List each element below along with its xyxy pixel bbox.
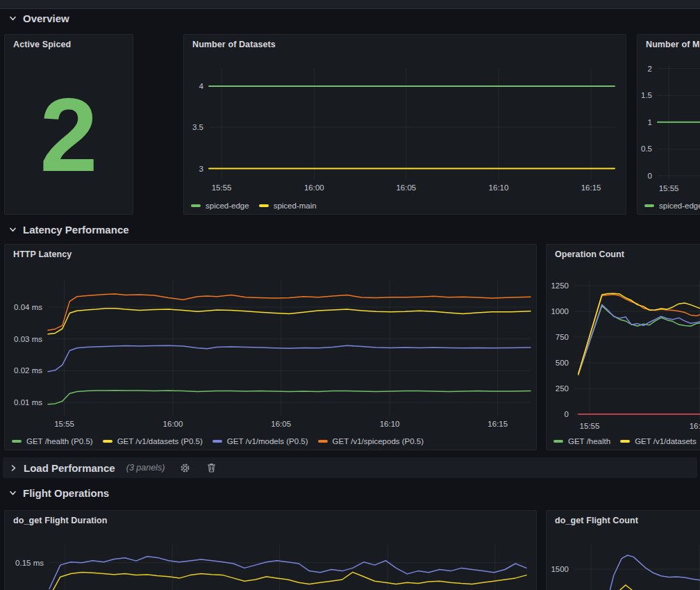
- svg-text:500: 500: [556, 359, 569, 367]
- legend-item[interactable]: spiced-edge: [191, 202, 249, 210]
- legend-item[interactable]: GET /health: [553, 437, 610, 445]
- section-header-overview[interactable]: Overview: [9, 13, 69, 24]
- svg-text:0.02 ms: 0.02 ms: [14, 366, 42, 375]
- svg-text:1000: 1000: [551, 307, 569, 316]
- section-title: Overview: [23, 13, 69, 24]
- svg-text:0.01 ms: 0.01 ms: [14, 398, 42, 407]
- svg-text:0.15 ms: 0.15 ms: [15, 559, 44, 567]
- section-title: Latency Performance: [23, 224, 129, 236]
- flight-duration-chart[interactable]: 0.15 ms: [5, 511, 536, 590]
- svg-text:15:55: 15:55: [212, 183, 232, 192]
- top-nav-bar: [0, 0, 700, 9]
- models-chart[interactable]: 15:5521.510.50: [638, 35, 700, 214]
- legend-swatch: [103, 440, 112, 443]
- panel-number-of-models: Number of Models 15:5521.510.50 spiced-e…: [637, 34, 700, 215]
- svg-text:0.03 ms: 0.03 ms: [14, 335, 42, 343]
- svg-text:16:10: 16:10: [489, 183, 509, 192]
- svg-text:3.5: 3.5: [192, 123, 203, 131]
- flight-count-chart[interactable]: 1500: [547, 511, 700, 590]
- svg-text:16:05: 16:05: [396, 183, 416, 192]
- legend-item[interactable]: GET /v1/models (P0.5): [212, 437, 308, 445]
- legend-label: spiced-edge: [659, 202, 700, 210]
- chevron-down-icon: [9, 15, 17, 22]
- legend-item[interactable]: GET /v1/datasets: [620, 437, 697, 445]
- svg-text:0.04 ms: 0.04 ms: [14, 303, 42, 311]
- legend-swatch: [644, 204, 654, 207]
- section-title: Load Performance: [24, 462, 115, 474]
- svg-text:4: 4: [199, 82, 204, 90]
- svg-text:16:00: 16:00: [304, 183, 324, 192]
- stat-value: 2: [40, 97, 97, 172]
- svg-text:15:55: 15:55: [659, 184, 679, 192]
- section-header-load-performance[interactable]: Load Performance (3 panels): [3, 457, 697, 478]
- legend-swatch: [620, 440, 630, 443]
- panel-title[interactable]: Active Spiced: [13, 40, 71, 49]
- panel-http-latency: HTTP Latency 15:5516:0016:0516:1016:150.…: [4, 244, 537, 450]
- legend-label: spiced-main: [274, 202, 317, 210]
- legend-swatch: [212, 440, 222, 443]
- http-latency-legend: GET /health (P0.5)GET /v1/datasets (P0.5…: [12, 437, 424, 445]
- operation-count-chart[interactable]: 15:5516:00125010007505002500: [547, 245, 700, 450]
- chevron-down-icon: [9, 226, 17, 233]
- svg-text:16:00: 16:00: [690, 422, 700, 430]
- legend-item[interactable]: GET /v1/spicepods (P0.5): [318, 437, 424, 445]
- svg-text:16:15: 16:15: [581, 183, 601, 192]
- panels-count: (3 panels): [126, 463, 165, 473]
- stat-wrap: 2: [5, 56, 133, 214]
- legend-label: GET /health (P0.5): [26, 437, 93, 445]
- datasets-chart[interactable]: 15:5516:0016:0516:1016:1543.53: [184, 35, 626, 214]
- svg-text:1.5: 1.5: [641, 91, 652, 99]
- svg-text:0.5: 0.5: [641, 145, 652, 153]
- chevron-down-icon: [9, 489, 17, 497]
- legend-swatch: [12, 440, 22, 443]
- svg-text:16:15: 16:15: [488, 420, 508, 428]
- legend-swatch: [259, 204, 269, 207]
- panel-number-of-datasets: Number of Datasets 15:5516:0016:0516:101…: [183, 34, 626, 215]
- grafana-dashboard: Overview Active Spiced 2 Number of Datas…: [0, 0, 700, 590]
- svg-text:0: 0: [648, 172, 652, 180]
- chevron-right-icon: [10, 464, 17, 472]
- svg-text:0: 0: [565, 410, 569, 418]
- legend-item[interactable]: GET /v1/datasets (P0.5): [103, 437, 203, 445]
- legend-label: GET /v1/spicepods (P0.5): [333, 437, 424, 445]
- section-title: Flight Operations: [23, 487, 109, 499]
- panel-operation-count: Operation Count 15:5516:0012501000750500…: [546, 244, 700, 450]
- legend-item[interactable]: GET /health (P0.5): [12, 437, 93, 445]
- svg-text:16:10: 16:10: [380, 420, 400, 428]
- svg-text:1: 1: [648, 118, 652, 126]
- svg-text:2: 2: [648, 65, 652, 73]
- datasets-legend: spiced-edgespiced-main: [191, 202, 317, 210]
- legend-swatch: [553, 440, 563, 443]
- panel-do-get-flight-count: do_get Flight Count 1500: [546, 510, 700, 590]
- legend-swatch: [191, 204, 201, 207]
- panel-active-spiced: Active Spiced 2: [4, 34, 133, 215]
- legend-label: GET /health: [568, 437, 610, 445]
- svg-text:15:55: 15:55: [580, 422, 600, 430]
- legend-label: GET /v1/models (P0.5): [227, 437, 308, 445]
- legend-label: spiced-edge: [206, 202, 249, 210]
- legend-item[interactable]: spiced-edge: [644, 202, 700, 210]
- trash-icon[interactable]: [207, 463, 216, 473]
- svg-text:16:00: 16:00: [163, 420, 183, 428]
- panel-do-get-flight-duration: do_get Flight Duration 0.15 ms: [4, 510, 537, 590]
- http-latency-chart[interactable]: 15:5516:0016:0516:1016:150.04 ms0.03 ms0…: [5, 245, 536, 450]
- models-legend: spiced-edge: [644, 202, 700, 210]
- svg-text:16:05: 16:05: [271, 420, 291, 428]
- legend-item[interactable]: spiced-main: [259, 202, 317, 210]
- section-header-flight-operations[interactable]: Flight Operations: [9, 487, 109, 499]
- operation-count-legend: GET /healthGET /v1/datasets: [553, 437, 697, 445]
- legend-label: GET /v1/datasets (P0.5): [117, 437, 203, 445]
- legend-label: GET /v1/datasets: [635, 437, 697, 445]
- svg-text:15:55: 15:55: [54, 420, 74, 428]
- svg-text:1500: 1500: [551, 565, 569, 573]
- svg-text:750: 750: [556, 333, 569, 341]
- svg-text:1250: 1250: [551, 281, 569, 290]
- legend-swatch: [318, 440, 328, 443]
- gear-icon[interactable]: [180, 463, 190, 473]
- svg-text:250: 250: [556, 384, 569, 393]
- section-header-latency-performance[interactable]: Latency Performance: [9, 224, 129, 236]
- svg-text:3: 3: [199, 165, 203, 173]
